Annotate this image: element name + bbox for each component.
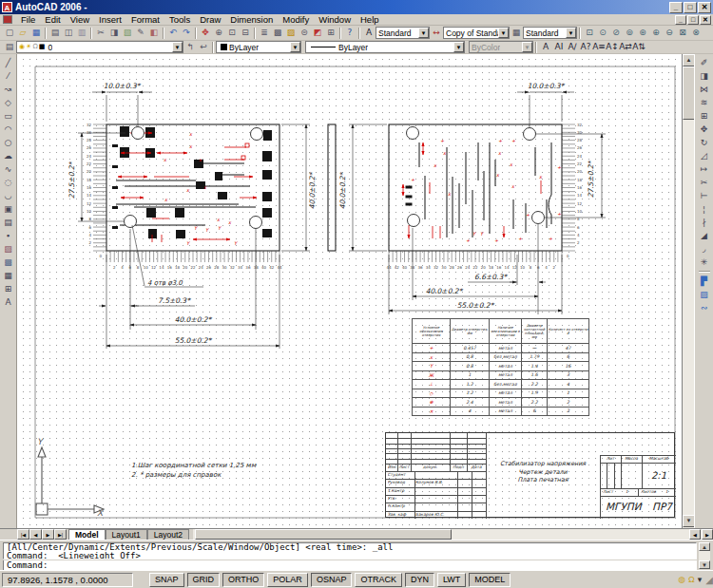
- pan-button[interactable]: ✥: [199, 27, 212, 39]
- line-button[interactable]: ╱: [1, 56, 15, 69]
- dyn-toggle[interactable]: DYN: [405, 573, 434, 587]
- resize-grip-icon[interactable]: ◢: [705, 575, 713, 585]
- ellipse-arc-button[interactable]: ◡: [1, 189, 15, 202]
- quickcalc-button[interactable]: ⊞: [324, 27, 337, 39]
- menu-edit[interactable]: Edit: [40, 14, 65, 26]
- grid-toggle[interactable]: GRID: [187, 573, 221, 587]
- help-button[interactable]: ?: [343, 27, 356, 39]
- tab-nav-icon[interactable]: ◀: [29, 529, 42, 540]
- plot-preview-button[interactable]: ◫: [62, 27, 75, 39]
- gradient-button[interactable]: ▩: [1, 256, 15, 269]
- polygon-button[interactable]: ◇: [1, 96, 15, 109]
- break-at-point-button[interactable]: ¦: [697, 202, 711, 216]
- save-button[interactable]: ▦: [29, 27, 43, 39]
- publish-button[interactable]: ▥: [75, 27, 88, 39]
- status-lock-icon[interactable]: Ω: [688, 575, 695, 584]
- chevron-down-icon[interactable]: ▼: [418, 28, 429, 38]
- zoom-in-button[interactable]: ⊕: [649, 27, 663, 39]
- command-history[interactable]: [All/Center/Dynamic/Extents/Previous/Sca…: [3, 542, 697, 560]
- region-button[interactable]: ▦: [1, 269, 15, 282]
- osnap-toggle[interactable]: OSNAP: [311, 573, 353, 587]
- block-editor-button[interactable]: ◧: [147, 27, 161, 39]
- scale-text-button[interactable]: A↕: [606, 41, 619, 53]
- edit-text-button[interactable]: A∕: [566, 41, 579, 53]
- zoom-center-button[interactable]: ⊚: [623, 27, 636, 39]
- new-file-button[interactable]: ▢: [3, 27, 16, 39]
- spline-button[interactable]: ∿: [1, 162, 15, 176]
- mtext-button[interactable]: A: [1, 295, 15, 309]
- fillet-button[interactable]: ◞: [697, 242, 711, 256]
- open-button[interactable]: ▱: [16, 27, 29, 39]
- properties-button[interactable]: ≣: [258, 27, 271, 39]
- chevron-down-icon[interactable]: ▼: [453, 42, 464, 52]
- scale-button[interactable]: ◿: [697, 149, 711, 162]
- array-button[interactable]: ⊞: [697, 109, 711, 123]
- stretch-button[interactable]: ↦: [697, 162, 711, 176]
- designcenter-button[interactable]: ▩: [271, 27, 284, 39]
- menu-draw[interactable]: Draw: [195, 14, 225, 26]
- arc-button[interactable]: ◠: [1, 123, 15, 136]
- dim-style-select[interactable]: Copy of Standar ▼: [443, 27, 510, 39]
- dim-style-button[interactable]: ↔: [430, 27, 443, 39]
- menu-dimension[interactable]: Dimension: [225, 14, 278, 26]
- layer-previous-button[interactable]: ↩: [197, 41, 210, 53]
- canvas-horizontal-scrollbar[interactable]: ◀ ▶: [193, 529, 713, 540]
- construction-line-button[interactable]: ⁄: [1, 69, 15, 83]
- paste-button[interactable]: ▧: [121, 27, 134, 39]
- tab-nav-icon[interactable]: ▶|: [54, 529, 67, 540]
- zoom-out-button[interactable]: ⊖: [663, 27, 676, 39]
- justify-text-button[interactable]: A⇄: [619, 41, 632, 53]
- color-select[interactable]: ByLayer ▼: [216, 41, 301, 53]
- sheetset-manager-button[interactable]: ⊜: [298, 27, 311, 39]
- zoom-scale-button[interactable]: ⊘: [609, 27, 623, 39]
- otrack-toggle[interactable]: OTRACK: [355, 573, 402, 587]
- drawing-canvas[interactable]: 2244668810101212141416161818202022222424…: [17, 54, 682, 528]
- canvas-vertical-scrollbar[interactable]: ▲ ▼: [682, 54, 694, 528]
- command-input[interactable]: Command:: [3, 560, 697, 570]
- tab-nav-icon[interactable]: ▶: [42, 529, 54, 540]
- text-style-button[interactable]: A: [362, 27, 376, 39]
- explode-button[interactable]: ✳: [697, 256, 711, 269]
- convert-space-button[interactable]: A⇅: [632, 41, 646, 53]
- menu-insert[interactable]: Insert: [94, 14, 126, 26]
- ellipse-button[interactable]: ◌: [1, 176, 15, 189]
- maximize-button[interactable]: □: [684, 2, 697, 13]
- plot-button[interactable]: ▤: [48, 27, 62, 39]
- menu-file[interactable]: File: [16, 14, 40, 26]
- rotate-button[interactable]: ↻: [697, 136, 711, 149]
- text-style-manager-button[interactable]: A≡: [592, 41, 606, 53]
- zoom-previous-button[interactable]: ⊟: [239, 27, 252, 39]
- status-menu-icon[interactable]: ▾: [698, 575, 703, 584]
- menu-help[interactable]: Help: [356, 14, 384, 26]
- copy-button[interactable]: ◨: [107, 27, 121, 39]
- menu-modify[interactable]: Modify: [278, 14, 314, 26]
- draworder-button[interactable]: ▛: [697, 275, 711, 288]
- zoom-window-button[interactable]: ⊡: [225, 27, 239, 39]
- menu-view[interactable]: View: [66, 14, 94, 26]
- zoom-dynamic-button[interactable]: ⊙: [596, 27, 609, 39]
- markup-set-manager-button[interactable]: ◩: [311, 27, 324, 39]
- rectangle-button[interactable]: ▭: [1, 109, 15, 123]
- match-properties-button[interactable]: ✎: [134, 27, 147, 39]
- chevron-down-icon[interactable]: ▼: [290, 42, 300, 52]
- command-scrollbar[interactable]: ▲ ▼: [699, 542, 710, 569]
- make-block-button[interactable]: ▤: [1, 216, 15, 229]
- chevron-down-icon[interactable]: ▼: [172, 42, 183, 52]
- make-object-layer-current-button[interactable]: ↰: [183, 41, 197, 53]
- table-style-select[interactable]: Standard ▼: [523, 27, 577, 39]
- menu-format[interactable]: Format: [126, 14, 164, 26]
- extend-button[interactable]: ⊢: [697, 189, 711, 202]
- undo-button[interactable]: ↶: [166, 27, 180, 39]
- tab-model[interactable]: Model: [68, 529, 106, 540]
- redo-button[interactable]: ↷: [180, 27, 193, 39]
- model-toggle[interactable]: MODEL: [469, 573, 511, 587]
- layer-select[interactable]: ◉☀Ω■ 0 ▼: [16, 41, 183, 53]
- find-and-replace-button[interactable]: A?: [579, 41, 592, 53]
- revision-cloud-button[interactable]: ☁: [1, 149, 15, 162]
- tab-layout1[interactable]: Layout1: [106, 529, 147, 540]
- insert-block-button[interactable]: ▣: [1, 202, 15, 216]
- scroll-left-icon[interactable]: ◀: [689, 529, 701, 540]
- communication-center-icon[interactable]: ◍: [678, 575, 685, 584]
- single-line-text-button[interactable]: AI: [552, 41, 566, 53]
- zoom-realtime-button[interactable]: ⊕: [212, 27, 225, 39]
